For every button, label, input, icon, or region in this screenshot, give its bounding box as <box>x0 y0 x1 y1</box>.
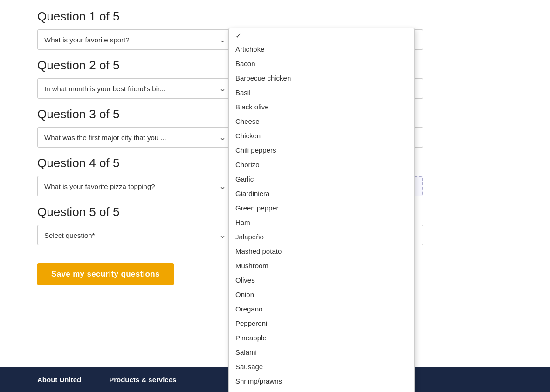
dropdown-item[interactable]: Artichoke <box>229 42 414 56</box>
page-container: Question 1 of 5 What is your favorite sp… <box>0 0 550 392</box>
dropdown-item[interactable]: Basil <box>229 85 414 100</box>
question-2-chevron-icon: ⌄ <box>219 83 226 94</box>
dropdown-items-container: ArtichokeBaconBarbecue chickenBasilBlack… <box>229 42 414 392</box>
dropdown-item[interactable]: Salami <box>229 345 414 359</box>
dropdown-item[interactable]: Jalapeño <box>229 230 414 244</box>
question-2-select[interactable]: In what month is your best friend's bir.… <box>37 78 233 99</box>
dropdown-item[interactable]: Mashed potato <box>229 244 414 258</box>
dropdown-item[interactable]: Mushroom <box>229 258 414 273</box>
question-1-chevron-icon: ⌄ <box>219 34 226 45</box>
dropdown-item[interactable]: Pineapple <box>229 331 414 345</box>
question-4-chevron-icon: ⌄ <box>219 181 226 191</box>
dropdown-item[interactable]: Barbecue chicken <box>229 71 414 85</box>
question-1-title: Question 1 of 5 <box>37 9 513 24</box>
content-area: Question 1 of 5 What is your favorite sp… <box>0 0 550 304</box>
dropdown-item[interactable]: Onion <box>229 287 414 302</box>
dropdown-item[interactable]: Olives <box>229 273 414 287</box>
question-3-select[interactable]: What was the first major city that you .… <box>37 127 233 148</box>
question-3-select-text: What was the first major city that you .… <box>44 134 214 142</box>
footer-link-about[interactable]: About United <box>37 376 81 384</box>
dropdown-item[interactable]: Bacon <box>229 56 414 71</box>
question-1-select[interactable]: What is your favorite sport? ⌄ <box>37 29 233 50</box>
save-button[interactable]: Save my security questions <box>37 263 174 285</box>
question-4-select-text: What is your favorite pizza topping? <box>44 182 214 190</box>
dropdown-item[interactable]: Chili peppers <box>229 143 414 157</box>
dropdown-item[interactable]: Spinach <box>229 388 414 392</box>
dropdown-item[interactable]: Black olive <box>229 100 414 114</box>
question-5-select[interactable]: Select question* ⌄ <box>37 225 233 245</box>
dropdown-item[interactable]: Pepperoni <box>229 316 414 331</box>
dropdown-item[interactable]: Oregano <box>229 302 414 316</box>
dropdown-item[interactable]: Sausage <box>229 359 414 374</box>
dropdown-item[interactable]: Chorizo <box>229 157 414 172</box>
dropdown-checkmark: ✓ <box>229 28 414 42</box>
dropdown-item[interactable]: Chicken <box>229 128 414 143</box>
dropdown-overlay: ✓ ArtichokeBaconBarbecue chickenBasilBla… <box>228 28 415 392</box>
dropdown-item[interactable]: Giardiniera <box>229 186 414 201</box>
dropdown-item[interactable]: Green pepper <box>229 201 414 215</box>
question-5-chevron-icon: ⌄ <box>219 230 226 240</box>
question-1-select-text: What is your favorite sport? <box>44 36 214 44</box>
footer-link-products[interactable]: Products & services <box>109 376 176 384</box>
question-2-select-text: In what month is your best friend's bir.… <box>44 85 214 93</box>
dropdown-item[interactable]: Garlic <box>229 172 414 186</box>
question-4-select[interactable]: What is your favorite pizza topping? ⌄ <box>37 176 233 196</box>
question-5-select-text: Select question* <box>44 231 214 239</box>
dropdown-item[interactable]: Ham <box>229 215 414 230</box>
question-3-chevron-icon: ⌄ <box>219 132 226 142</box>
dropdown-item[interactable]: Shrimp/prawns <box>229 374 414 388</box>
dropdown-item[interactable]: Cheese <box>229 114 414 128</box>
